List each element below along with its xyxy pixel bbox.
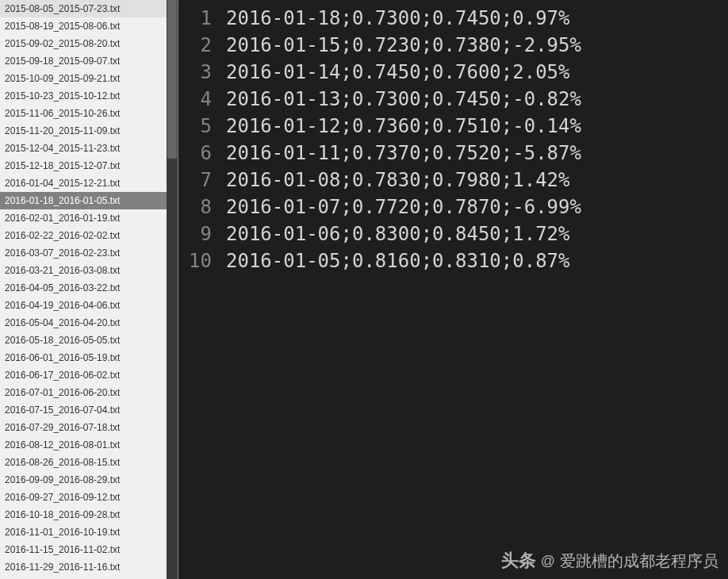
line-number: 2 [178,32,212,59]
file-item[interactable]: 2016-03-21_2016-03-08.txt [0,262,178,279]
file-item[interactable]: 2016-12-13_2016-11-30.txt [0,576,178,579]
file-item[interactable]: 2016-05-04_2016-04-20.txt [0,314,178,332]
code-line[interactable]: 2016-01-15;0.7230;0.7380;-2.95% [226,32,728,59]
code-line[interactable]: 2016-01-11;0.7370;0.7520;-5.87% [226,140,728,167]
line-number: 6 [178,140,212,167]
code-line[interactable]: 2016-01-07;0.7720;0.7870;-6.99% [226,194,728,220]
line-number: 9 [178,220,212,247]
line-number: 7 [178,167,212,194]
line-number: 3 [178,59,212,86]
file-item[interactable]: 2016-11-29_2016-11-16.txt [0,558,178,576]
code-content[interactable]: 2016-01-18;0.7300;0.7450;0.97%2016-01-15… [223,5,728,579]
code-line[interactable]: 2016-01-08;0.7830;0.7980;1.42% [226,167,728,194]
watermark-logo: 头条 [501,549,536,573]
file-item[interactable]: 2015-08-19_2015-08-06.txt [0,17,178,35]
file-item[interactable]: 2016-04-05_2016-03-22.txt [0,279,178,297]
file-sidebar[interactable]: 2015-08-05_2015-07-23.txt2015-08-19_2015… [0,0,178,579]
file-item[interactable]: 2015-11-06_2015-10-26.txt [0,105,178,122]
watermark-at: @ [541,553,555,569]
sidebar-scrollbar-track[interactable] [167,0,178,579]
sidebar-scrollbar-thumb[interactable] [167,0,177,159]
file-item[interactable]: 2016-03-07_2016-02-23.txt [0,244,178,262]
file-item[interactable]: 2016-06-01_2016-05-19.txt [0,349,178,366]
file-item[interactable]: 2016-07-29_2016-07-18.txt [0,419,178,436]
file-item[interactable]: 2016-08-26_2016-08-15.txt [0,454,178,471]
file-item[interactable]: 2016-02-01_2016-01-19.txt [0,209,178,227]
file-item[interactable]: 2016-07-01_2016-06-20.txt [0,384,178,401]
file-item[interactable]: 2016-11-15_2016-11-02.txt [0,541,178,558]
code-editor[interactable]: 12345678910 2016-01-18;0.7300;0.7450;0.9… [178,0,728,579]
file-item[interactable]: 2016-01-04_2015-12-21.txt [0,174,178,192]
line-number: 8 [178,194,212,220]
file-item[interactable]: 2016-09-27_2016-09-12.txt [0,489,178,506]
code-line[interactable]: 2016-01-05;0.8160;0.8310;0.87% [226,247,728,274]
file-item[interactable]: 2016-09-09_2016-08-29.txt [0,471,178,489]
file-item[interactable]: 2015-08-05_2015-07-23.txt [0,0,178,17]
file-item[interactable]: 2016-06-17_2016-06-02.txt [0,366,178,384]
line-number-gutter: 12345678910 [178,5,223,579]
file-item[interactable]: 2015-10-23_2015-10-12.txt [0,87,178,105]
line-number: 4 [178,86,212,113]
file-item[interactable]: 2016-05-18_2016-05-05.txt [0,332,178,349]
line-number: 10 [178,247,212,274]
file-item[interactable]: 2016-07-15_2016-07-04.txt [0,401,178,419]
file-item[interactable]: 2015-09-02_2015-08-20.txt [0,35,178,52]
file-item[interactable]: 2015-09-18_2015-09-07.txt [0,52,178,70]
code-line[interactable]: 2016-01-13;0.7300;0.7450;-0.82% [226,86,728,113]
line-number: 5 [178,113,212,140]
file-item[interactable]: 2016-01-18_2016-01-05.txt [0,192,178,209]
code-line[interactable]: 2016-01-12;0.7360;0.7510;-0.14% [226,113,728,140]
file-list: 2015-08-05_2015-07-23.txt2015-08-19_2015… [0,0,178,579]
watermark-author: 爱跳槽的成都老程序员 [560,550,718,572]
file-item[interactable]: 2016-02-22_2016-02-02.txt [0,227,178,244]
file-item[interactable]: 2016-08-12_2016-08-01.txt [0,436,178,454]
file-item[interactable]: 2015-11-20_2015-11-09.txt [0,122,178,140]
code-line[interactable]: 2016-01-06;0.8300;0.8450;1.72% [226,220,728,247]
file-item[interactable]: 2015-10-09_2015-09-21.txt [0,70,178,87]
file-item[interactable]: 2015-12-18_2015-12-07.txt [0,157,178,174]
line-number: 1 [178,5,212,32]
file-item[interactable]: 2015-12-04_2015-11-23.txt [0,140,178,157]
code-line[interactable]: 2016-01-14;0.7450;0.7600;2.05% [226,59,728,86]
watermark: 头条 @ 爱跳槽的成都老程序员 [501,549,718,573]
file-item[interactable]: 2016-10-18_2016-09-28.txt [0,506,178,523]
file-item[interactable]: 2016-04-19_2016-04-06.txt [0,297,178,314]
file-item[interactable]: 2016-11-01_2016-10-19.txt [0,523,178,541]
code-line[interactable]: 2016-01-18;0.7300;0.7450;0.97% [226,5,728,32]
